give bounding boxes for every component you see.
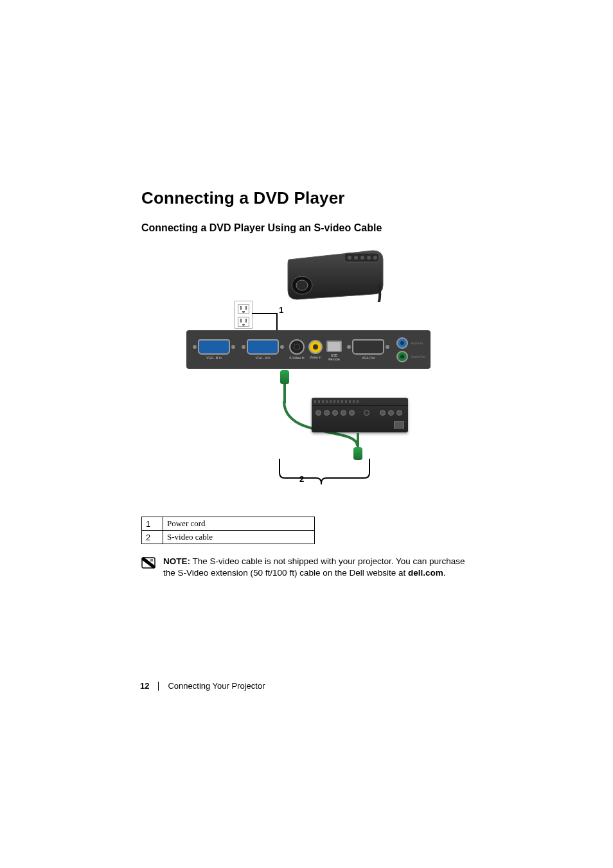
svg-point-5: [360, 256, 364, 260]
callout-1-number: 1: [279, 305, 283, 315]
audio-out-port: [396, 351, 408, 362]
video-in-port: Video In: [308, 340, 323, 359]
vga-a-label: VGA - A In: [255, 356, 270, 360]
vga-out-label: VGA Out: [362, 356, 375, 360]
svg-point-3: [348, 256, 351, 260]
vga-a-in-port: VGA - A In: [240, 339, 285, 360]
projector-illustration: [283, 247, 386, 302]
s-video-cable-projector-end: [280, 370, 289, 402]
svg-point-4: [354, 256, 358, 260]
audio-ports: Audio-In Audio-Out: [396, 337, 425, 362]
usb-label: USB Remote: [328, 353, 340, 361]
callout-2-bracket: [276, 459, 373, 484]
document-page: Connecting a DVD Player Connecting a DVD…: [0, 0, 613, 868]
legend-label-1: Power cord: [163, 517, 315, 531]
section-heading: Connecting a DVD Player: [141, 188, 475, 208]
video-label: Video In: [310, 355, 321, 359]
page-content: Connecting a DVD Player Connecting a DVD…: [141, 188, 475, 579]
note-site-link-text: dell.com: [408, 568, 443, 578]
legend-number-2: 2: [142, 531, 163, 544]
svg-point-6: [367, 256, 371, 260]
audio-out-label: Audio-Out: [411, 355, 425, 359]
footer-section-title: Connecting Your Projector: [168, 681, 265, 691]
note-text: NOTE: The S-video cable is not shipped w…: [163, 556, 469, 579]
svideo-label: S-Video In: [289, 356, 304, 360]
legend-label-2: S-video cable: [163, 531, 315, 544]
note-block: NOTE: The S-video cable is not shipped w…: [141, 556, 469, 579]
audio-in-label: Audio-In: [411, 341, 423, 345]
callout-2-number: 2: [299, 474, 304, 484]
vga-b-in-port: VGA - B In: [191, 339, 236, 360]
svg-point-1: [296, 280, 308, 290]
connection-figure: 1 VGA - B In VGA - A In S-Video In Vid: [186, 247, 431, 504]
vga-b-label: VGA - B In: [206, 356, 222, 360]
sub-section-heading: Connecting a DVD Player Using an S-video…: [141, 222, 475, 234]
projector-rear-panel: VGA - B In VGA - A In S-Video In Video I…: [186, 330, 431, 369]
legend-table: 1 Power cord 2 S-video cable: [141, 517, 315, 544]
table-row: 1 Power cord: [142, 517, 315, 531]
vga-out-port: VGA Out: [346, 339, 391, 360]
table-row: 2 S-video cable: [142, 531, 315, 544]
svg-point-7: [373, 256, 377, 260]
usb-remote-port: USB Remote: [326, 339, 342, 361]
note-icon: [141, 557, 155, 569]
footer-separator: [158, 682, 159, 691]
legend-number-1: 1: [142, 517, 163, 531]
note-trailing: .: [443, 568, 446, 578]
page-number: 12: [140, 681, 149, 691]
s-video-cable-dvd-end: [353, 433, 362, 459]
wall-outlet-illustration: [234, 301, 253, 329]
note-lead: NOTE:: [163, 556, 190, 566]
dvd-player-illustration: [312, 398, 408, 432]
s-video-in-port: S-Video In: [289, 339, 305, 360]
page-footer: 12 Connecting Your Projector: [140, 681, 265, 691]
audio-in-port: [396, 337, 408, 349]
callout-1-leader: [252, 313, 278, 314]
